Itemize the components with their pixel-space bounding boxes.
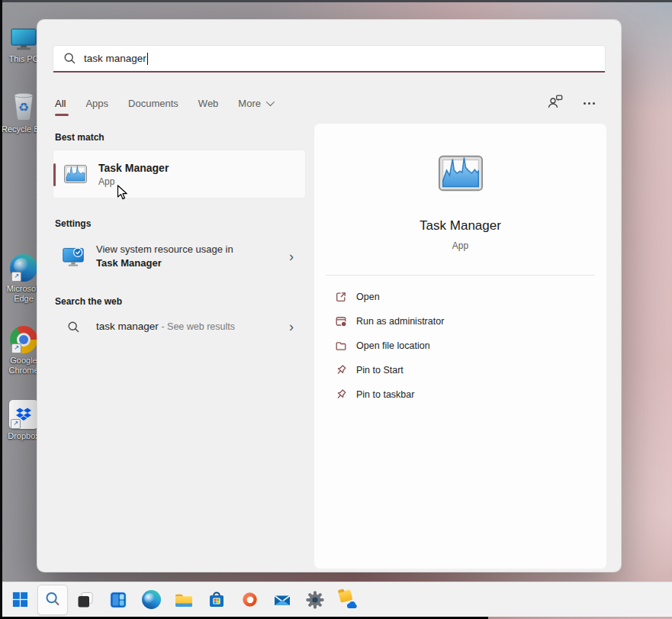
best-match-item[interactable]: Task Manager App [53,150,306,198]
pin-icon [335,364,347,376]
search-input[interactable]: task manager [53,45,606,73]
action-label: Open file location [356,340,430,351]
action-pin-to-taskbar[interactable]: Pin to taskbar [314,382,606,407]
windows-start-icon [11,591,29,608]
tab-web[interactable]: Web [198,98,219,109]
pin-icon [335,388,347,401]
search-icon [62,321,85,334]
chevron-down-icon [266,98,275,106]
action-label: Pin to Start [356,365,404,376]
preview-pane: Task Manager App Open [313,123,607,569]
taskbar [0,582,672,617]
preview-subtitle: App [452,240,468,251]
folder-icon [335,340,347,352]
mail-icon [273,591,291,609]
monitor-icon [8,20,39,52]
open-icon [335,291,347,303]
search-icon [44,591,62,608]
shortcut-arrow-icon: ↗ [11,343,21,353]
web-result-query: task manager [96,321,159,332]
search-panel: task manager All Apps Documents Web More [37,19,622,572]
best-match-subtitle: App [98,176,169,187]
chevron-right-icon: › [289,320,294,334]
onedrive-folder-icon [338,590,359,609]
edge-icon: ↗ [10,250,37,282]
best-match-title: Task Manager [98,162,169,174]
widgets-icon [109,591,127,609]
action-label: Run as administrator [356,316,444,327]
monitor-check-icon [62,245,85,268]
run-as-admin-icon [335,315,347,327]
tab-more[interactable]: More [238,98,272,109]
task-view-icon [76,591,95,609]
dropbox-icon: ↗ [9,397,38,429]
shortcut-arrow-icon: ↗ [11,272,21,282]
chevron-right-icon: › [289,250,294,263]
taskbar-store-button[interactable] [201,585,232,615]
action-label: Open [356,292,380,302]
settings-result-line2: Task Manager [96,257,233,269]
settings-header: Settings [55,218,306,229]
search-icon [63,52,76,65]
search-web-header: Search the web [55,296,306,307]
settings-result-item[interactable]: View system resource usage in Task Manag… [53,235,306,278]
recycle-bin-icon: ♻ [8,90,39,122]
file-explorer-icon [174,591,194,609]
settings-result-line1: View system resource usage in [96,243,233,256]
taskbar-start-button[interactable] [5,585,35,615]
text-caret [147,53,148,65]
taskbar-search-button[interactable] [37,585,68,615]
taskbar-office-button[interactable] [234,585,265,615]
results-column: Best match Task Manager App [37,123,306,568]
desktop: This PC ♻ Recycle Bin ↗ Microsoft Edge ↗… [0,0,672,619]
desktop-icon-label: Dropbox [8,431,40,441]
action-open-file-location[interactable]: Open file location [314,334,606,358]
taskbar-edge-button[interactable] [136,585,166,615]
taskbar-file-explorer-button[interactable] [169,585,199,615]
edge-icon [142,590,161,609]
web-result-item[interactable]: task manager - See web results › [53,310,306,343]
action-label: Pin to taskbar [356,389,414,400]
task-manager-icon [63,162,88,186]
preview-title: Task Manager [420,218,501,234]
preview-actions: Open Run as administrator [314,276,606,407]
taskbar-settings-button[interactable] [300,585,330,615]
desktop-icon-label: This PC [8,54,38,64]
action-open[interactable]: Open [314,285,606,309]
tab-apps[interactable]: Apps [85,98,108,109]
tab-documents[interactable]: Documents [128,98,178,109]
mouse-cursor [117,185,130,204]
svg-text:♻: ♻ [18,100,29,114]
screenshot-top-border [0,0,672,2]
microsoft-store-icon [207,591,226,609]
search-filter-tabs: All Apps Documents Web More [37,91,621,115]
task-manager-icon-large [437,150,484,200]
taskbar-onedrive-button[interactable] [333,585,363,615]
taskbar-widgets-button[interactable] [103,585,133,615]
gear-icon [306,591,324,609]
chrome-icon: ↗ [10,321,37,353]
search-query-text: task manager [84,53,146,64]
web-result-suffix: - See web results [161,321,235,332]
taskbar-mail-button[interactable] [267,585,297,615]
office-icon [241,591,259,608]
action-run-as-administrator[interactable]: Run as administrator [314,309,606,334]
taskbar-task-view-button[interactable] [70,585,101,615]
shortcut-arrow-icon: ↗ [11,419,21,429]
screenshot-left-border [0,0,2,619]
tab-all[interactable]: All [55,98,66,109]
best-match-header: Best match [55,132,306,143]
action-pin-to-start[interactable]: Pin to Start [314,358,606,382]
more-options-icon[interactable] [584,102,595,105]
account-icon[interactable] [547,94,564,112]
